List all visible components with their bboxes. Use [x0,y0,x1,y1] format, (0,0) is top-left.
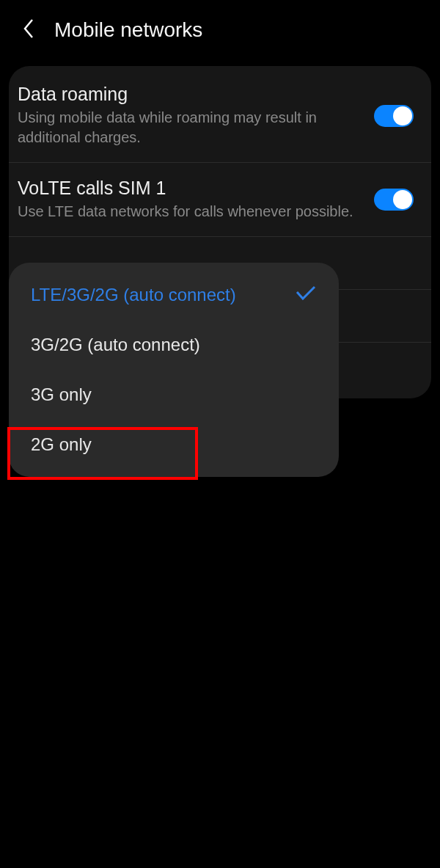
network-option-3g-only[interactable]: 3G only [9,370,339,420]
data-roaming-row[interactable]: Data roaming Using mobile data while roa… [9,69,431,163]
data-roaming-text: Data roaming Using mobile data while roa… [18,84,374,147]
volte-row[interactable]: VoLTE calls SIM 1 Use LTE data networks … [9,163,431,237]
network-option-lte-3g-2g[interactable]: LTE/3G/2G (auto connect) [9,270,339,320]
data-roaming-description: Using mobile data while roaming may resu… [18,108,362,147]
volte-toggle[interactable] [374,189,414,211]
data-roaming-title: Data roaming [18,84,362,105]
network-option-label: LTE/3G/2G (auto connect) [31,285,236,305]
volte-description: Use LTE data networks for calls whenever… [18,202,362,222]
network-option-label: 3G/2G (auto connect) [31,335,200,355]
volte-text: VoLTE calls SIM 1 Use LTE data networks … [18,178,374,222]
header-bar: Mobile networks [0,0,440,60]
network-option-2g-only[interactable]: 2G only [9,420,339,470]
data-roaming-toggle[interactable] [374,105,414,127]
network-option-label: 2G only [31,434,92,455]
checkmark-icon [295,285,317,305]
page-title: Mobile networks [54,18,202,42]
back-icon[interactable] [21,18,37,43]
network-mode-dropdown: LTE/3G/2G (auto connect) 3G/2G (auto con… [9,263,339,477]
volte-title: VoLTE calls SIM 1 [18,178,362,199]
network-option-3g-2g[interactable]: 3G/2G (auto connect) [9,320,339,370]
network-option-label: 3G only [31,384,92,405]
